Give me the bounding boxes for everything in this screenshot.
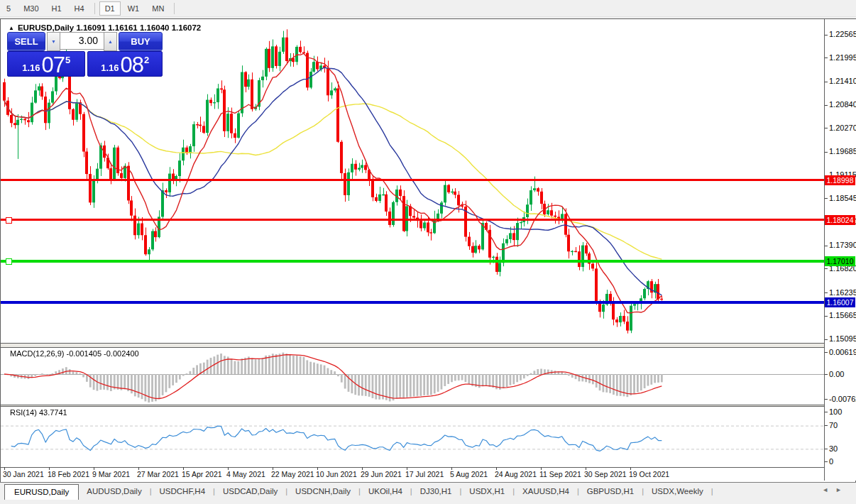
price-axis-value: 1.20840 — [829, 100, 856, 109]
toolbar-separator — [94, 3, 95, 14]
triangle-up-icon: ▲ — [108, 39, 113, 44]
price-axis-tick — [825, 339, 828, 340]
bid-price[interactable]: 1.16075 — [7, 51, 85, 77]
chart-tabs-bar: EURUSD,DailyAUDUSD,Daily|USDCHF,H4|USDCA… — [0, 482, 856, 500]
price-axis-value: 1.15665 — [829, 311, 856, 319]
rsi-axis-tick — [825, 425, 828, 426]
volume-increase-button[interactable]: ▲ — [104, 32, 117, 51]
ask-price-main: 08 — [121, 55, 143, 75]
horizontal-line-1.18998[interactable] — [1, 179, 824, 181]
horizontal-line-1.18024[interactable] — [1, 219, 824, 221]
price-axis-tick — [825, 82, 828, 82]
scroll-left-icon[interactable]: ◄ — [822, 486, 835, 493]
chart-tab-ukoil-h4[interactable]: UKOil,H4 — [361, 484, 410, 498]
price-axis-tick — [825, 35, 828, 35]
panel-divider[interactable] — [1, 405, 824, 407]
timeframe-button-w1[interactable]: W1 — [122, 1, 146, 16]
triangle-down-icon: ▼ — [51, 39, 56, 44]
timeframe-button-m30[interactable]: M30 — [18, 1, 44, 16]
timeframe-button-h4[interactable]: H4 — [69, 1, 90, 16]
price-axis-tick — [825, 198, 828, 199]
timeframe-button-d1[interactable]: D1 — [99, 1, 121, 16]
chart-tab-dj30-h1[interactable]: DJ30,H1 — [412, 484, 460, 498]
date-axis-value: 5 Aug 2021 — [450, 470, 488, 478]
rsi-indicator-canvas[interactable] — [1, 407, 824, 466]
macd-axis-tick — [825, 374, 828, 375]
volume-input[interactable]: 3.00 — [60, 32, 104, 50]
chart-symbol: EURUSD,Daily — [18, 23, 74, 32]
buy-button[interactable]: BUY — [119, 32, 163, 51]
macd-axis-value: 0.00 — [829, 370, 844, 378]
toolbar-separator — [174, 3, 175, 14]
price-axis-value: 1.21995 — [829, 53, 856, 62]
chart-tab-usdcnh-daily[interactable]: USDCNH,Daily — [287, 484, 358, 498]
date-axis-value: 22 May 2021 — [271, 470, 314, 478]
date-axis-value: 15 Apr 2021 — [182, 470, 222, 478]
horizontal-line-1.17010[interactable] — [1, 260, 824, 263]
timeframe-button-5[interactable]: 5 — [1, 1, 16, 16]
chart-tab-usdchf-h4[interactable]: USDCHF,H4 — [152, 484, 214, 498]
chart-tab-gbpusd-h1[interactable]: GBPUSD,H1 — [579, 484, 642, 498]
rsi-axis-value: 30 — [829, 444, 838, 453]
timeframe-button-h1[interactable]: H1 — [46, 1, 67, 16]
rsi-axis-tick — [825, 449, 828, 449]
chart-tab-audusd-daily[interactable]: AUDUSD,Daily — [79, 484, 149, 498]
panel-divider[interactable] — [1, 343, 824, 348]
price-line-label-1.18998: 1.18998 — [825, 175, 855, 185]
price-axis-tick — [825, 268, 828, 269]
date-axis-value: 29 Jun 2021 — [361, 470, 402, 478]
tab-scroll-arrows[interactable]: ◄► — [822, 486, 849, 493]
price-axis-tick — [825, 152, 828, 153]
one-click-trade-panel: SELL ▼ 3.00 ▲ BUY 1.16075 1.16082 — [7, 32, 163, 77]
price-axis-tick — [825, 57, 828, 58]
sell-button[interactable]: SELL — [7, 32, 45, 51]
chart-tab-usdx-weekly[interactable]: USDX,Weekly — [644, 484, 711, 498]
price-axis-tick — [825, 316, 828, 317]
rsi-axis-tick — [825, 412, 828, 412]
scroll-right-icon[interactable]: ► — [835, 486, 849, 493]
timeframe-toolbar: 5M30H1H4D1W1MN — [0, 0, 856, 17]
trade-buttons-row: SELL ▼ 3.00 ▲ BUY — [7, 32, 163, 50]
price-axis-value: 1.15095 — [829, 334, 856, 343]
price-axis-tick — [825, 128, 828, 128]
price-axis-tick — [825, 105, 828, 106]
ask-price[interactable]: 1.16082 — [87, 51, 163, 77]
chart-tab-xauusd-h4[interactable]: XAUUSD,H4 — [515, 484, 577, 498]
macd-axis-tick — [825, 399, 828, 400]
line-handle[interactable] — [6, 258, 12, 265]
price-axis-value: 1.19685 — [829, 147, 856, 155]
rsi-label: RSI(14) 43.7741 — [10, 408, 67, 417]
macd-axis-value: 0.006193 — [829, 348, 856, 356]
date-axis-value: 30 Sep 2021 — [584, 470, 627, 478]
date-axis-value: 30 Jan 2021 — [3, 470, 44, 478]
chart-tab-usdcad-daily[interactable]: USDCAD,Daily — [215, 484, 285, 498]
tab-separator: | — [711, 487, 713, 495]
ask-price-pip: 2 — [144, 55, 149, 65]
date-axis-value: 10 Jun 2021 — [316, 470, 357, 478]
date-axis-value: 19 Oct 2021 — [629, 470, 669, 478]
timeframe-button-mn[interactable]: MN — [146, 1, 170, 16]
ask-price-prefix: 1.16 — [101, 61, 119, 75]
date-axis-value: 4 May 2021 — [226, 470, 265, 478]
chart-title: ▲EURUSD,Daily 1.16091 1.16161 1.16040 1.… — [9, 23, 201, 32]
price-axis-value: 1.16235 — [829, 288, 856, 297]
bid-price-main: 07 — [42, 55, 65, 75]
price-axis-tick — [825, 292, 828, 293]
macd-label: MACD(12,26,9) -0.001405 -0.002400 — [10, 349, 139, 358]
line-handle[interactable] — [6, 217, 12, 224]
volume-decrease-button[interactable]: ▼ — [47, 32, 60, 51]
chart-tab-usdx-h1[interactable]: USDX,H1 — [461, 484, 512, 498]
price-axis-value: 1.18545 — [829, 194, 856, 202]
chart-ohlc-values: 1.16091 1.16161 1.16040 1.16072 — [76, 23, 201, 32]
macd-axis-value: -0.00762 — [829, 395, 856, 403]
price-line-label-1.17010: 1.17010 — [825, 256, 855, 266]
trade-prices-row: 1.16075 1.16082 — [7, 51, 163, 77]
rsi-axis-value: 0 — [829, 457, 833, 466]
macd-axis-tick — [825, 352, 828, 353]
chart-tab-eurusd-daily[interactable]: EURUSD,Daily — [4, 484, 79, 500]
date-axis-value: 18 Feb 2021 — [48, 470, 89, 478]
volume-spinner: ▼ 3.00 ▲ — [47, 32, 117, 50]
horizontal-line-1.16007[interactable] — [1, 301, 824, 304]
date-axis-value: 9 Mar 2021 — [92, 470, 130, 478]
date-axis-value: 17 Jul 2021 — [405, 470, 444, 478]
